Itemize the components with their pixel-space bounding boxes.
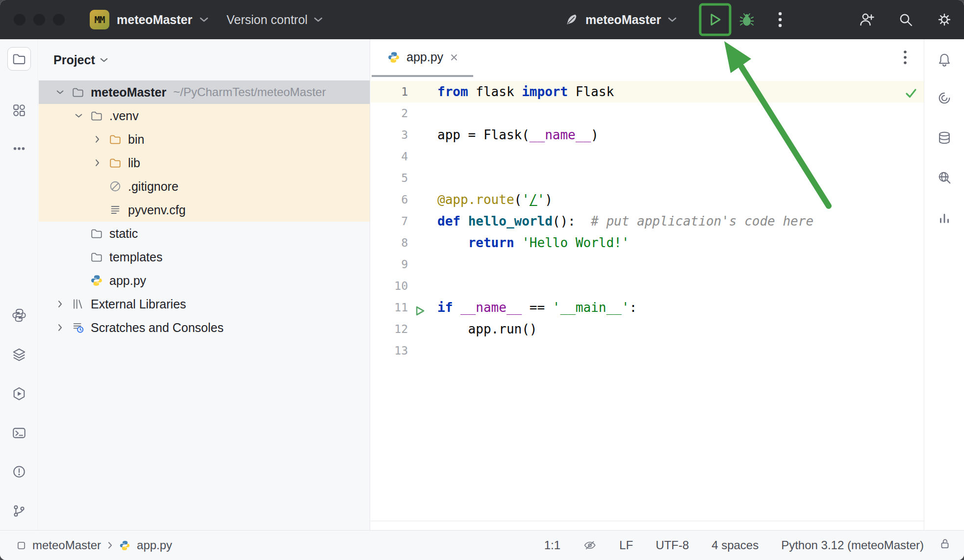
run-line-icon[interactable] bbox=[414, 302, 426, 313]
code-line: 9 bbox=[371, 254, 924, 275]
status-bar: meteoMaster app.py 1:1 LF UTF-8 4 spaces… bbox=[0, 530, 964, 560]
chevron-down-icon[interactable] bbox=[72, 113, 85, 118]
chart-button[interactable] bbox=[933, 206, 956, 229]
window-close-button[interactable] bbox=[14, 14, 25, 25]
breadcrumb-project[interactable]: meteoMaster bbox=[32, 538, 101, 552]
code-line: 13 bbox=[371, 340, 924, 361]
code-text: return 'Hello World!' bbox=[437, 232, 629, 254]
version-control-menu[interactable]: Version control bbox=[227, 0, 323, 39]
code-with-me-button[interactable] bbox=[856, 8, 878, 31]
chevron-right-icon[interactable] bbox=[91, 160, 103, 165]
tree-item-path: ~/PyCharmTest/meteoMaster bbox=[173, 85, 326, 99]
project-badge-icon: MM bbox=[90, 10, 109, 29]
tree-item-bin[interactable]: bin bbox=[39, 127, 370, 151]
line-number: 9 bbox=[371, 254, 408, 275]
folder-icon bbox=[90, 109, 103, 122]
problems-icon bbox=[12, 464, 26, 479]
python-packages-tool-button[interactable] bbox=[7, 304, 31, 327]
window-zoom-button[interactable] bbox=[53, 14, 65, 25]
tree-item-venv[interactable]: .venv bbox=[39, 104, 370, 127]
chevron-down-icon bbox=[200, 17, 208, 23]
status-widgets: 1:1 LF UTF-8 4 spaces Python 3.12 (meteo… bbox=[544, 531, 924, 560]
chevron-right-icon[interactable] bbox=[53, 302, 66, 306]
database-button[interactable] bbox=[933, 126, 956, 150]
python-interpreter[interactable]: Python 3.12 (meteoMaster) bbox=[781, 538, 924, 552]
breadcrumb-file[interactable]: app.py bbox=[137, 538, 172, 552]
write-access-lock-icon[interactable] bbox=[939, 537, 951, 553]
layers-icon bbox=[12, 347, 26, 362]
tree-item-label: lib bbox=[128, 156, 140, 170]
code-text: def hello_world(): # put application's c… bbox=[437, 210, 813, 232]
inspections-check-icon[interactable] bbox=[904, 86, 918, 102]
project-panel-header[interactable]: Project bbox=[39, 39, 370, 80]
tree-item-pyvenv-cfg[interactable]: pyvenv.cfg bbox=[39, 198, 370, 222]
tab-app-py[interactable]: app.py bbox=[372, 39, 473, 77]
chevron-down-icon bbox=[100, 57, 108, 63]
tree-item-lib[interactable]: lib bbox=[39, 151, 370, 175]
chevron-down-icon[interactable] bbox=[53, 90, 66, 95]
chevron-down-icon bbox=[668, 17, 677, 23]
tree-item-static[interactable]: static bbox=[39, 222, 370, 245]
editor-area[interactable]: app.py 1 from flask import Flask 2 3 app… bbox=[371, 39, 924, 530]
run-button[interactable] bbox=[704, 8, 726, 31]
tree-item-label: bin bbox=[128, 132, 144, 147]
line-number: 6 bbox=[371, 189, 408, 210]
code-line: 6 @app.route('/') bbox=[371, 189, 924, 210]
tree-item-app-py[interactable]: app.py bbox=[39, 269, 370, 292]
more-options-button[interactable] bbox=[769, 8, 791, 31]
layers-tool-button[interactable] bbox=[7, 343, 31, 366]
code-editor[interactable]: 1 from flask import Flask 2 3 app = Flas… bbox=[371, 77, 924, 361]
terminal-tool-button[interactable] bbox=[7, 421, 31, 445]
tree-item-label: app.py bbox=[109, 274, 146, 288]
caret-position[interactable]: 1:1 bbox=[544, 538, 560, 552]
run-config-selector[interactable]: meteoMaster bbox=[564, 0, 677, 39]
code-line: 4 bbox=[371, 146, 924, 167]
web-search-button[interactable] bbox=[933, 166, 956, 189]
folder-icon bbox=[108, 133, 122, 146]
window-minimize-button[interactable] bbox=[33, 14, 45, 25]
project-panel-title: Project bbox=[53, 53, 95, 67]
bell-icon bbox=[937, 52, 952, 67]
python-file-icon bbox=[387, 51, 400, 64]
indent-style[interactable]: 4 spaces bbox=[711, 538, 759, 552]
ai-assistant-button[interactable] bbox=[933, 86, 956, 110]
highlighting-eye-icon[interactable] bbox=[583, 538, 597, 552]
titlebar: MM meteoMaster Version control meteoMast… bbox=[0, 0, 964, 39]
bug-icon bbox=[739, 12, 755, 27]
debug-button[interactable] bbox=[736, 8, 758, 31]
tree-item-label: External Libraries bbox=[91, 297, 186, 311]
pycharm-window: MM meteoMaster Version control meteoMast… bbox=[0, 0, 964, 560]
run-icon bbox=[707, 12, 723, 27]
version-control-tool-button[interactable] bbox=[7, 499, 31, 523]
more-tool-windows-button[interactable] bbox=[7, 137, 31, 160]
tree-item-meteomaster[interactable]: meteoMaster ~/PyCharmTest/meteoMaster bbox=[39, 80, 370, 104]
file-encoding[interactable]: UTF-8 bbox=[656, 538, 689, 552]
settings-button[interactable] bbox=[933, 8, 956, 31]
structure-tool-button[interactable] bbox=[7, 99, 31, 122]
tree-item-gitignore[interactable]: .gitignore bbox=[39, 175, 370, 198]
line-separator[interactable]: LF bbox=[619, 538, 633, 552]
services-tool-button[interactable] bbox=[7, 382, 31, 406]
line-number: 2 bbox=[371, 102, 408, 124]
tree-item-label: static bbox=[109, 227, 138, 241]
folder-icon bbox=[90, 251, 103, 263]
search-button[interactable] bbox=[894, 8, 917, 31]
version-control-label: Version control bbox=[227, 13, 307, 27]
chevron-right-icon[interactable] bbox=[91, 137, 103, 142]
notifications-button[interactable] bbox=[933, 48, 956, 72]
tree-item-scratches-and-consoles[interactable]: Scratches and Consoles bbox=[39, 316, 370, 339]
chevron-right-icon[interactable] bbox=[53, 325, 66, 330]
problems-tool-button[interactable] bbox=[7, 460, 31, 484]
tree-item-external-libraries[interactable]: External Libraries bbox=[39, 292, 370, 316]
code-text: if __name__ == '__main__': bbox=[437, 297, 637, 318]
tree-item-label: Scratches and Consoles bbox=[91, 321, 224, 335]
project-widget[interactable]: MM meteoMaster bbox=[90, 0, 208, 39]
code-line: 10 bbox=[371, 275, 924, 297]
tree-item-label: templates bbox=[109, 250, 162, 264]
tab-close-icon[interactable] bbox=[450, 53, 458, 62]
project-tool-button[interactable] bbox=[7, 47, 31, 71]
tree-item-templates[interactable]: templates bbox=[39, 245, 370, 269]
code-line: 1 from flask import Flask bbox=[371, 81, 924, 102]
line-number: 1 bbox=[371, 81, 408, 102]
tab-options-button[interactable] bbox=[903, 50, 907, 67]
